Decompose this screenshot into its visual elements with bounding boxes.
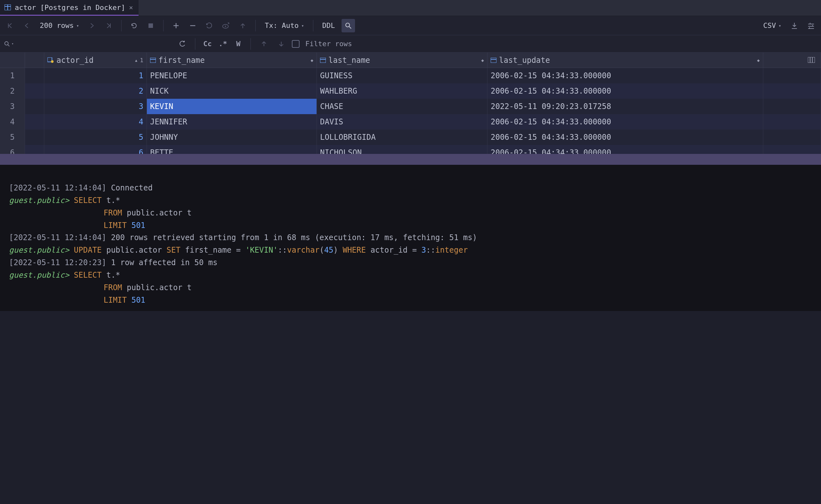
column-name: actor_id: [56, 56, 94, 65]
cell-last-update[interactable]: 2006-02-15 04:34:33.000000: [487, 114, 763, 130]
cell-first-name[interactable]: KEVIN: [147, 99, 317, 114]
close-icon[interactable]: ✕: [129, 4, 133, 11]
column-header-actor-id[interactable]: actor_id ▴ 1: [44, 53, 147, 68]
submit-button[interactable]: [236, 19, 250, 32]
splitter[interactable]: [0, 154, 821, 165]
row-number: 5: [0, 130, 25, 145]
regex-toggle[interactable]: .*: [217, 38, 229, 50]
settings-button[interactable]: [804, 19, 818, 32]
table-row[interactable]: 11PENELOPEGUINESS2006-02-15 04:34:33.000…: [0, 68, 821, 83]
hidden-cell: [25, 99, 44, 114]
cell-last-name[interactable]: CHASE: [317, 99, 487, 114]
next-page-button[interactable]: [85, 19, 99, 32]
cell-actor-id[interactable]: 4: [44, 114, 147, 130]
cell-empty: [763, 114, 821, 130]
chevron-down-icon: ▾: [301, 23, 304, 28]
words-toggle[interactable]: W: [233, 38, 244, 50]
column-name: first_name: [158, 56, 205, 65]
log-timestamp: [2022-05-11 12:20:23]: [9, 258, 106, 267]
cell-last-name[interactable]: DAVIS: [317, 114, 487, 130]
column-icon: [150, 58, 156, 63]
tab-actor[interactable]: actor [Postgres in Docker] ✕: [0, 0, 139, 16]
console-output: [2022-05-11 12:14:04] Connected guest.pu…: [0, 165, 821, 311]
rows-selector[interactable]: 200 rows ▾: [37, 20, 82, 31]
download-button[interactable]: [788, 19, 801, 32]
cell-last-name[interactable]: LOLLOBRIGIDA: [317, 130, 487, 145]
cell-actor-id[interactable]: 3: [44, 99, 147, 114]
chevron-down-icon: ▾: [12, 42, 14, 46]
cell-last-update[interactable]: 2006-02-15 04:34:33.000000: [487, 68, 763, 83]
preview-changes-button[interactable]: [219, 19, 233, 32]
console-prompt: guest.public>: [9, 196, 69, 205]
table-header: actor_id ▴ 1 first_name ◆ last_name ◆ la…: [0, 53, 821, 68]
first-page-button[interactable]: [3, 19, 17, 32]
cell-first-name[interactable]: BETTE: [147, 145, 317, 154]
search-button[interactable]: [342, 19, 355, 32]
prev-match-button[interactable]: [257, 37, 271, 51]
last-page-button[interactable]: [102, 19, 115, 32]
svg-rect-3: [148, 23, 153, 28]
filter-checkbox[interactable]: [292, 40, 300, 48]
table-row[interactable]: 55JOHNNYLOLLOBRIGIDA2006-02-15 04:34:33.…: [0, 130, 821, 145]
main-toolbar: 200 rows ▾ Tx: Auto ▾ DDL CSV ▾: [0, 16, 821, 35]
ddl-label: DDL: [322, 21, 335, 29]
tx-mode-selector[interactable]: Tx: Auto ▾: [261, 20, 307, 31]
history-button[interactable]: [175, 37, 189, 51]
cell-last-update[interactable]: 2006-02-15 04:34:33.000000: [487, 130, 763, 145]
column-name: last_update: [499, 56, 550, 65]
sort-chevron-icon: ◆: [481, 58, 484, 63]
cell-first-name[interactable]: NICK: [147, 83, 317, 99]
filter-label: Filter rows: [305, 40, 352, 48]
cell-first-name[interactable]: JOHNNY: [147, 130, 317, 145]
cell-actor-id[interactable]: 1: [44, 68, 147, 83]
column-header-last-update[interactable]: last_update ◆: [487, 53, 763, 68]
cell-last-update[interactable]: 2006-02-15 04:34:33.000000: [487, 83, 763, 99]
export-selector[interactable]: CSV ▾: [760, 20, 784, 31]
cell-last-name[interactable]: WAHLBERG: [317, 83, 487, 99]
cell-actor-id[interactable]: 2: [44, 83, 147, 99]
revert-button[interactable]: [203, 19, 216, 32]
cell-empty: [763, 83, 821, 99]
ddl-button[interactable]: DDL: [319, 20, 338, 31]
export-label: CSV: [763, 21, 776, 29]
log-message: Connected: [111, 183, 153, 192]
svg-point-9: [51, 60, 54, 63]
log-timestamp: [2022-05-11 12:14:04]: [9, 233, 106, 242]
cell-last-name[interactable]: NICHOLSON: [317, 145, 487, 154]
stop-button[interactable]: [144, 19, 157, 32]
column-settings-button[interactable]: [763, 53, 821, 68]
svg-rect-10: [150, 58, 156, 63]
add-row-button[interactable]: [169, 19, 183, 32]
column-header-last-name[interactable]: last_name ◆: [317, 53, 487, 68]
table-row[interactable]: 66BETTENICHOLSON2006-02-15 04:34:33.0000…: [0, 145, 821, 154]
column-name: last_name: [328, 56, 370, 65]
column-icon: [491, 58, 496, 63]
table-row[interactable]: 33KEVINCHASE2022-05-11 09:20:23.017258: [0, 99, 821, 114]
chevron-down-icon: ▾: [779, 23, 781, 28]
cell-empty: [763, 130, 821, 145]
cell-actor-id[interactable]: 6: [44, 145, 147, 154]
tx-label: Tx: Auto: [265, 21, 299, 29]
cell-first-name[interactable]: PENELOPE: [147, 68, 317, 83]
next-match-button[interactable]: [275, 37, 288, 51]
column-header-first-name[interactable]: first_name ◆: [147, 53, 317, 68]
cell-last-update[interactable]: 2022-05-11 09:20:23.017258: [487, 99, 763, 114]
cell-first-name[interactable]: JENNIFER: [147, 114, 317, 130]
cell-actor-id[interactable]: 5: [44, 130, 147, 145]
svg-point-7: [5, 41, 8, 45]
row-number: 2: [0, 83, 25, 99]
prev-page-button[interactable]: [20, 19, 33, 32]
filter-bar: ▾ Cc .* W Filter rows: [0, 35, 821, 53]
cell-empty: [763, 99, 821, 114]
refresh-button[interactable]: [127, 19, 141, 32]
log-timestamp: [2022-05-11 12:14:04]: [9, 183, 106, 192]
table-row[interactable]: 22NICKWAHLBERG2006-02-15 04:34:33.000000: [0, 83, 821, 99]
column-icon: [320, 58, 326, 63]
row-number-header: [0, 53, 25, 68]
match-case-toggle[interactable]: Cc: [202, 38, 213, 50]
table-row[interactable]: 44JENNIFERDAVIS2006-02-15 04:34:33.00000…: [0, 114, 821, 130]
local-search-button[interactable]: ▾: [4, 41, 14, 47]
delete-row-button[interactable]: [186, 19, 199, 32]
cell-last-name[interactable]: GUINESS: [317, 68, 487, 83]
cell-last-update[interactable]: 2006-02-15 04:34:33.000000: [487, 145, 763, 154]
